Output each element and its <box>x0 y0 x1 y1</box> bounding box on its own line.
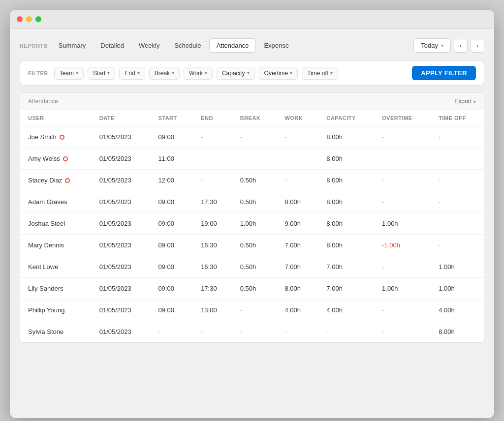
cell-work: - <box>277 321 318 343</box>
close-button[interactable] <box>17 16 23 22</box>
cell-date: 01/05/2023 <box>92 278 151 300</box>
cell-end: 16:30 <box>193 235 232 256</box>
cell-end: 17:30 <box>193 278 232 300</box>
cell-start: 09:00 <box>150 191 193 213</box>
cell-overtime: - <box>374 170 431 191</box>
cell-break: 0.50h <box>232 191 277 213</box>
page-content: REPORTS Summary Detailed Weekly Schedule… <box>10 29 494 353</box>
nav-right: Today ▾ ‹ › <box>413 38 484 53</box>
cell-break: - <box>232 126 277 148</box>
cell-timeoff: 4.00h <box>431 300 484 321</box>
cell-capacity: 8.00h <box>318 213 374 235</box>
filter-timeoff[interactable]: Time off ▾ <box>302 67 338 80</box>
team-chevron-icon: ▾ <box>76 70 78 76</box>
filter-break[interactable]: Break ▾ <box>149 67 180 80</box>
cell-overtime: 1.00h <box>374 213 431 235</box>
cell-break: - <box>232 300 277 321</box>
cell-start: 09:00 <box>150 256 193 278</box>
minimize-button[interactable] <box>26 16 32 22</box>
cell-overtime: - <box>374 256 431 278</box>
cell-user: Kent Lowe <box>20 256 92 278</box>
filter-work[interactable]: Work ▾ <box>184 67 213 80</box>
today-button[interactable]: Today ▾ <box>413 38 451 53</box>
cell-user: Adam Graves <box>20 191 92 213</box>
next-button[interactable]: › <box>471 39 484 53</box>
table-row: Kent Lowe01/05/202309:0016:300.50h7.00h7… <box>20 256 484 278</box>
cell-timeoff: 8.00h <box>431 321 484 343</box>
table-header-row: USER DATE START END BREAK WORK CAPACITY … <box>20 110 484 126</box>
start-chevron-icon: ▾ <box>107 70 110 76</box>
export-chevron-icon: ▾ <box>473 99 476 104</box>
apply-filter-button[interactable]: APPLY FILTER <box>412 66 476 80</box>
active-status-icon <box>60 135 64 140</box>
cell-break: - <box>232 321 277 343</box>
export-button[interactable]: Export ▾ <box>454 98 476 105</box>
cell-timeoff: - <box>431 148 484 170</box>
cell-user: Sylvia Stone <box>20 321 92 343</box>
cell-break: 0.50h <box>232 278 277 300</box>
cell-start: 11:00 <box>150 148 193 170</box>
table-row: Amy Weiss01/05/202311:00---8.00h-- <box>20 148 484 170</box>
cell-end: 16:30 <box>193 256 232 278</box>
cell-break: 0.50h <box>232 170 277 191</box>
cell-date: 01/05/2023 <box>92 170 151 191</box>
cell-timeoff: - <box>431 191 484 213</box>
col-capacity: CAPACITY <box>318 110 374 126</box>
work-chevron-icon: ▾ <box>205 70 207 76</box>
top-nav: REPORTS Summary Detailed Weekly Schedule… <box>20 38 484 53</box>
cell-end: - <box>193 321 232 343</box>
tab-detailed[interactable]: Detailed <box>94 39 131 52</box>
end-chevron-icon: ▾ <box>137 70 140 76</box>
cell-user: Stacey Diaz <box>20 170 92 191</box>
col-end: END <box>193 110 232 126</box>
maximize-button[interactable] <box>35 16 41 22</box>
filter-bar: FILTER Team ▾ Start ▾ End ▾ Break ▾ Work… <box>20 60 484 86</box>
cell-start: 12:00 <box>150 170 193 191</box>
cell-overtime: 1.00h <box>374 278 431 300</box>
filter-team[interactable]: Team ▾ <box>54 67 84 80</box>
timeoff-chevron-icon: ▾ <box>330 70 333 76</box>
cell-capacity: 8.00h <box>318 170 374 191</box>
table-row: Phillip Young01/05/202309:0013:00-4.00h4… <box>20 300 484 321</box>
cell-capacity: 8.00h <box>318 126 374 148</box>
cell-capacity: 4.00h <box>318 300 374 321</box>
tab-schedule[interactable]: Schedule <box>167 39 208 52</box>
tab-summary[interactable]: Summary <box>52 39 93 52</box>
cell-date: 01/05/2023 <box>92 191 151 213</box>
filter-end[interactable]: End ▾ <box>119 67 145 80</box>
cell-timeoff: - <box>431 126 484 148</box>
cell-end: 19:00 <box>193 213 232 235</box>
cell-date: 01/05/2023 <box>92 213 151 235</box>
attendance-table-card: Attendance Export ▾ USER DATE START END … <box>20 92 484 343</box>
cell-date: 01/05/2023 <box>92 256 151 278</box>
cell-start: 09:00 <box>150 213 193 235</box>
prev-button[interactable]: ‹ <box>454 39 468 53</box>
cell-start: 09:00 <box>150 300 193 321</box>
active-status-icon <box>65 178 70 183</box>
tab-attendance[interactable]: Attendance <box>209 38 256 53</box>
attendance-section-label: Attendance <box>28 98 58 105</box>
cell-break: 0.50h <box>232 256 277 278</box>
cell-timeoff: - <box>431 235 484 256</box>
filter-start[interactable]: Start ▾ <box>88 67 115 80</box>
col-start: START <box>150 110 193 126</box>
active-status-icon <box>63 156 68 161</box>
filter-label: FILTER <box>28 70 48 76</box>
tab-expense[interactable]: Expense <box>257 39 296 52</box>
tab-weekly[interactable]: Weekly <box>132 39 166 52</box>
cell-capacity: 7.00h <box>318 278 374 300</box>
filter-capacity[interactable]: Capacity ▾ <box>217 67 255 80</box>
cell-work: 7.00h <box>277 256 318 278</box>
cell-work: 7.00h <box>277 235 318 256</box>
cell-end: - <box>193 126 232 148</box>
filter-overtime[interactable]: Overtime ▾ <box>259 67 298 80</box>
cell-start: 09:00 <box>150 235 193 256</box>
cell-overtime: - <box>374 321 431 343</box>
cell-overtime: - <box>374 148 431 170</box>
break-chevron-icon: ▾ <box>172 70 174 76</box>
cell-capacity: 7.00h <box>318 256 374 278</box>
cell-user: Mary Dennis <box>20 235 92 256</box>
table-row: Sylvia Stone01/05/2023------8.00h <box>20 321 484 343</box>
col-work: WORK <box>277 110 318 126</box>
cell-overtime: - <box>374 191 431 213</box>
